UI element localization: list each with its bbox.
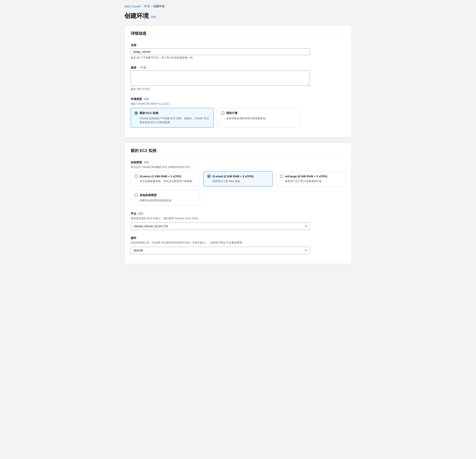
- instance-t3small-desc: 推荐用于小型 Web 项目。: [207, 179, 269, 183]
- platform-select-wrap: Amazon Linux 2023 Amazon Linux 2 Ubuntu …: [131, 222, 310, 230]
- description-label-row: 描述 - 可选: [131, 66, 345, 70]
- env-type-info-link[interactable]: Info: [144, 97, 149, 101]
- instance-other[interactable]: 其他实例类型 探索符合您需求的其他实例。: [131, 190, 200, 206]
- page-info-link[interactable]: Info: [151, 15, 156, 19]
- env-type-field-group: 环境类型 Info 确定 Cloud9 IDE 将在什么上运行。 新的 EC2 …: [131, 97, 345, 128]
- name-field-group: 名称 最多 60 个字母数字字符，每个用户的名称都是唯一的。: [131, 43, 345, 60]
- platform-label: 平台: [131, 212, 136, 216]
- details-section: 详细信息 名称 最多 60 个字母数字字符，每个用户的名称都是唯一的。 描述 -…: [124, 25, 352, 137]
- env-type-options: 新的 EC2 实例 Cloud9 在您的账户中创建 EC2 实例。创建后，Clo…: [131, 108, 345, 128]
- page-container: AWS Cloud9 › 环境 › 创建环境 创建环境 Info 详细信息 名称…: [118, 0, 358, 282]
- instance-m5large[interactable]: m5.large (8 GiB RAM + 2 vCPU) 推荐用于生产和大多数…: [276, 171, 345, 187]
- instance-m5large-title: m5.large (8 GiB RAM + 2 vCPU): [285, 175, 327, 178]
- env-type-label: 环境类型: [131, 97, 142, 101]
- instance-t3small-radio: [207, 174, 211, 178]
- timeout-label-row: 超时: [131, 236, 345, 240]
- timeout-field-group: 超时 在自动休眠之前，Cloud9 可以保持多长时间不活动（无用户输入）。这有助…: [131, 236, 345, 254]
- instance-m5large-header: m5.large (8 GiB RAM + 2 vCPU): [280, 174, 342, 178]
- description-optional: - 可选: [138, 66, 146, 70]
- breadcrumb-sep-2: ›: [151, 5, 152, 8]
- timeout-select[interactable]: 30分钟 1小时 4小时 1天 1周 从不: [131, 247, 310, 254]
- description-hint: 最多 200 个字符。: [131, 87, 345, 91]
- instance-type-label-row: 实例类型 Info: [131, 161, 345, 164]
- description-field-group: 描述 - 可选 最多 200 个字符。: [131, 66, 345, 91]
- instance-type-field-group: 实例类型 Info 将为运行 Cloud9 而创建的 EC2 实例的内存和 CP…: [131, 161, 345, 206]
- instance-m5large-radio: [280, 174, 283, 178]
- instance-other-desc: 探索符合您需求的其他实例。: [134, 198, 196, 202]
- platform-description: 将安装在您的 EC2 实例上。我们推荐 Amazon Linux 2023。: [131, 217, 345, 220]
- breadcrumb-current: 创建环境: [153, 4, 165, 8]
- env-type-existing-compute-radio: [221, 111, 224, 115]
- instance-t2micro[interactable]: t2.micro (1 GiB RAM + 1 vCPU) 符合免费套餐资格。非…: [131, 171, 200, 187]
- details-section-title: 详细信息: [131, 31, 345, 39]
- env-type-existing-compute-desc: 您有想要使用的现有实例或服务器。: [221, 116, 297, 120]
- instance-t3small-header: t3.small (2 GiB RAM + 2 vCPU): [207, 174, 269, 178]
- env-type-existing-compute-header: 现有计算: [221, 111, 297, 115]
- instance-t3small[interactable]: t3.small (2 GiB RAM + 2 vCPU) 推荐用于小型 Web…: [204, 171, 273, 187]
- platform-field-group: 平台 Info 将安装在您的 EC2 实例上。我们推荐 Amazon Linux…: [131, 212, 345, 230]
- timeout-select-wrap: 30分钟 1小时 4小时 1天 1周 从不 ▼: [131, 247, 310, 254]
- name-input[interactable]: [131, 49, 310, 55]
- instance-t2micro-desc: 符合免费套餐资格。非常适合教育用户和探索。: [134, 179, 196, 183]
- breadcrumb: AWS Cloud9 › 环境 › 创建环境: [124, 4, 352, 8]
- env-type-new-ec2-header: 新的 EC2 实例: [134, 111, 210, 115]
- ec2-section-title: 新的 EC2 实例: [131, 148, 345, 156]
- env-type-new-ec2[interactable]: 新的 EC2 实例 Cloud9 在您的账户中创建 EC2 实例。创建后，Clo…: [131, 108, 214, 128]
- env-type-existing-compute-title: 现有计算: [226, 111, 238, 115]
- instance-type-description: 将为运行 Cloud9 而创建的 EC2 实例的内存和 CPU。: [131, 165, 345, 169]
- env-type-new-ec2-radio: [134, 111, 138, 115]
- env-type-new-ec2-desc: Cloud9 在您的账户中创建 EC2 实例。创建后，Cloud9 无法更改您的…: [134, 116, 210, 124]
- page-title: 创建环境: [124, 12, 149, 20]
- timeout-label: 超时: [131, 236, 136, 240]
- instance-other-title: 其他实例类型: [140, 193, 157, 197]
- env-type-new-ec2-title: 新的 EC2 实例: [140, 111, 158, 115]
- platform-info-link[interactable]: Info: [138, 212, 143, 215]
- breadcrumb-sep-1: ›: [142, 5, 143, 8]
- breadcrumb-aws-cloud9[interactable]: AWS Cloud9: [124, 5, 141, 8]
- description-textarea[interactable]: [131, 71, 310, 86]
- instance-t2micro-header: t2.micro (1 GiB RAM + 1 vCPU): [134, 174, 196, 178]
- description-label: 描述: [131, 66, 136, 70]
- instance-cards-row1: t2.micro (1 GiB RAM + 1 vCPU) 符合免费套餐资格。非…: [131, 171, 345, 187]
- timeout-description: 在自动休眠之前，Cloud9 可以保持多长时间不活动（无用户输入）。这有助于防止…: [131, 241, 345, 245]
- env-type-description: 确定 Cloud9 IDE 将在什么上运行。: [131, 102, 345, 106]
- instance-t2micro-radio: [134, 174, 138, 178]
- env-type-existing-compute[interactable]: 现有计算 您有想要使用的现有实例或服务器。: [217, 108, 300, 128]
- ec2-section: 新的 EC2 实例 实例类型 Info 将为运行 Cloud9 而创建的 EC2…: [124, 143, 352, 264]
- platform-select[interactable]: Amazon Linux 2023 Amazon Linux 2 Ubuntu …: [131, 222, 310, 230]
- page-title-row: 创建环境 Info: [124, 12, 352, 20]
- name-hint: 最多 60 个字母数字字符，每个用户的名称都是唯一的。: [131, 56, 345, 60]
- instance-m5large-desc: 推荐用于生产和大多数通用开发。: [280, 179, 342, 183]
- breadcrumb-environments[interactable]: 环境: [144, 4, 150, 8]
- instance-other-radio: [134, 193, 138, 197]
- instance-other-header: 其他实例类型: [134, 193, 196, 197]
- instance-type-info-link[interactable]: Info: [144, 161, 149, 164]
- instance-type-label: 实例类型: [131, 161, 142, 164]
- platform-label-row: 平台 Info: [131, 212, 345, 216]
- instance-t3small-title: t3.small (2 GiB RAM + 2 vCPU): [212, 175, 254, 178]
- name-label: 名称: [131, 43, 345, 47]
- instance-cards-row2: 其他实例类型 探索符合您需求的其他实例。: [131, 190, 345, 206]
- instance-t2micro-title: t2.micro (1 GiB RAM + 1 vCPU): [140, 175, 181, 178]
- env-type-label-row: 环境类型 Info: [131, 97, 345, 101]
